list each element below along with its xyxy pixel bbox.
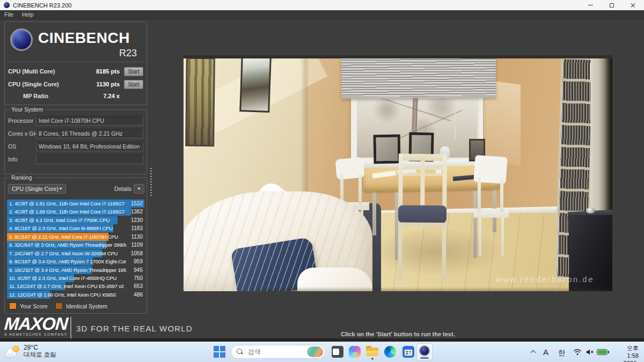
search-input[interactable]	[247, 348, 307, 356]
footer-tagline: 3D FOR THE REAL WORLD	[76, 324, 193, 333]
weather-temperature: 28°C	[24, 344, 56, 351]
scene-chair-seat-frame	[399, 223, 445, 227]
ranking-row-label: 4. 8C/16T @ 2.3 GHz, Intel Core i9-9880H…	[9, 225, 113, 231]
your-system-panel: Your System Processor Cores x GHz OS Inf…	[4, 109, 147, 174]
close-button[interactable]	[623, 0, 644, 10]
mp-ratio-label: MP Ratio	[23, 93, 48, 99]
cinebench-logo-icon	[10, 28, 33, 51]
ranking-row-score: 1058	[131, 250, 143, 256]
ranking-row-score: 750	[134, 275, 143, 281]
legend-your-score-label: Your Score	[20, 303, 48, 309]
taskbar-search[interactable]	[231, 345, 325, 359]
system-row-processor: Processor	[8, 116, 143, 125]
window-title: CINEBENCH R23.200	[13, 2, 71, 9]
volume-muted-icon[interactable]	[586, 348, 594, 358]
copilot-button[interactable]	[349, 346, 361, 358]
minimize-button[interactable]	[580, 0, 601, 10]
info-field[interactable]	[36, 154, 143, 164]
legend-identical-system-label: Identical System	[66, 303, 107, 309]
menubar: File Help	[0, 10, 644, 19]
ranking-row[interactable]: 8. 8C/16T @ 3.4 GHz, AMD Ryzen 7 1700X E…	[7, 257, 144, 265]
restore-button[interactable]	[601, 0, 623, 10]
ranking-row-label: 1. 4C/8T @ 2.81 GHz, 11th Gen Intel Core…	[9, 201, 126, 206]
ranking-row[interactable]: 10. 4C/8T @ 2.3 GHz, Intel Core i7-4850H…	[7, 274, 144, 282]
cores-field[interactable]	[36, 129, 143, 138]
battery-icon[interactable]	[597, 349, 608, 355]
your-system-title: Your System	[9, 106, 45, 113]
cinebench-taskbar-button[interactable]	[416, 343, 433, 360]
ranking-row-score: 1130	[131, 234, 143, 240]
multi-core-start-button[interactable]: Start	[124, 67, 143, 76]
ranking-row[interactable]: 7. 24C/48T @ 2.7 GHz, Intel Xeon W-3265M…	[7, 249, 144, 257]
taskbar-clock[interactable]: 오후 1:58 2026-04-19	[624, 344, 639, 362]
scene-venetian-blinds	[341, 55, 496, 99]
task-view-button[interactable]	[332, 346, 343, 358]
menu-help[interactable]: Help	[18, 11, 38, 18]
ranking-row[interactable]: 4. 8C/16T @ 2.3 GHz, Intel Core i9-9880H…	[7, 224, 144, 232]
scene-chair-right	[473, 156, 509, 258]
scene-painting-left	[185, 57, 215, 147]
render-watermark: www.renderbaron.de	[496, 275, 594, 284]
maxon-logo: MAXON A NEMETSCHEK COMPANY	[4, 315, 68, 336]
ranking-filter-select[interactable]: CPU (Single Core)	[8, 184, 66, 194]
taskbar: 28°C 대체로 흐림 A 한	[0, 342, 644, 362]
score-row-multi-core: CPU (Multi Core) 8185 pts Start	[8, 67, 144, 77]
weather-condition: 대체로 흐림	[24, 351, 56, 358]
search-icon	[237, 349, 243, 355]
ranking-row[interactable]: 6. 32C/64T @ 3 GHz, AMD Ryzen Threadripp…	[7, 241, 144, 249]
info-label: Info	[8, 156, 18, 162]
details-select[interactable]	[134, 184, 144, 194]
ranking-row[interactable]: 9. 16C/32T @ 3.4 GHz, AMD Ryzen Threadri…	[7, 266, 144, 274]
mp-ratio-value: 7.24 x	[103, 93, 120, 99]
ranking-row-score: 959	[134, 258, 143, 264]
microsoft-store-button[interactable]	[402, 346, 414, 358]
footer-divider	[70, 317, 71, 339]
brand-title: CINEBENCH	[38, 29, 130, 47]
ranking-row[interactable]: 11. 12C/24T @ 2.7 GHz, Intel Xeon CPU E5…	[7, 282, 144, 290]
details-label: Details	[114, 186, 131, 192]
scene-chair-cushion	[398, 205, 447, 224]
taskbar-weather-widget[interactable]: 28°C 대체로 흐림	[5, 344, 56, 358]
ranking-row[interactable]: 2. 4C/8T @ 1.69 GHz, 11th Gen Intel Core…	[7, 208, 144, 216]
wifi-icon[interactable]	[573, 348, 582, 358]
score-panel: CINEBENCH R23 CPU (Multi Core) 8185 pts …	[4, 21, 147, 105]
ime-latin-indicator[interactable]: A	[543, 348, 548, 357]
os-field[interactable]	[36, 142, 143, 151]
menu-file[interactable]: File	[0, 11, 18, 18]
ranking-row[interactable]: 5. 8C/16T @ 2.21 GHz, Intel Core i7-1087…	[7, 233, 144, 241]
ranking-title: Ranking	[9, 174, 34, 181]
ranking-row[interactable]: 3. 4C/8T @ 4.2 GHz, Intel Core i7-7700K …	[7, 216, 144, 224]
scene-photo-frame	[374, 135, 401, 164]
brand-version: R23	[119, 48, 137, 59]
scene-ceiling-edge	[184, 55, 612, 58]
scene-remote	[453, 175, 475, 181]
scene-chair-center	[398, 154, 447, 281]
file-explorer-button[interactable]	[366, 348, 378, 356]
tray-overflow-chevron-icon[interactable]	[531, 350, 536, 354]
edge-browser-button[interactable]	[384, 346, 396, 358]
ranking-row-score: 1230	[131, 217, 143, 223]
partly-cloudy-icon	[5, 344, 20, 358]
legend-swatch-your-score	[9, 302, 17, 309]
chevron-down-icon	[137, 188, 141, 190]
main-area: CINEBENCH R23 CPU (Multi Core) 8185 pts …	[0, 19, 644, 342]
divider	[9, 62, 142, 62]
ime-korean-indicator[interactable]: 한	[558, 348, 565, 358]
active-app-indicator	[420, 357, 429, 359]
titlebar: CINEBENCH R23.200	[0, 0, 644, 10]
ranking-row-label: 12. 12C/24T @ 2.66 GHz, Intel Xeon CPU X…	[9, 292, 116, 298]
ranking-row-score: 1382	[131, 209, 143, 215]
start-menu-button[interactable]	[214, 346, 225, 358]
ranking-row[interactable]: 12. 12C/24T @ 2.66 GHz, Intel Xeon CPU X…	[7, 291, 144, 299]
scene-blind-cord	[455, 96, 456, 139]
maxon-wordmark: MAXON	[4, 315, 68, 333]
ranking-row-score: 945	[134, 267, 143, 273]
processor-field[interactable]	[36, 116, 143, 125]
clock-time: 오후 1:58	[624, 344, 639, 359]
single-core-label: CPU (Single Core)	[8, 81, 59, 87]
panel-resize-handle[interactable]	[150, 168, 152, 197]
single-core-start-button[interactable]: Start	[124, 80, 143, 89]
os-label: OS	[8, 143, 16, 150]
multi-core-label: CPU (Multi Core)	[8, 68, 55, 75]
ranking-row[interactable]: 1. 4C/8T @ 2.81 GHz, 11th Gen Intel Core…	[7, 200, 144, 208]
